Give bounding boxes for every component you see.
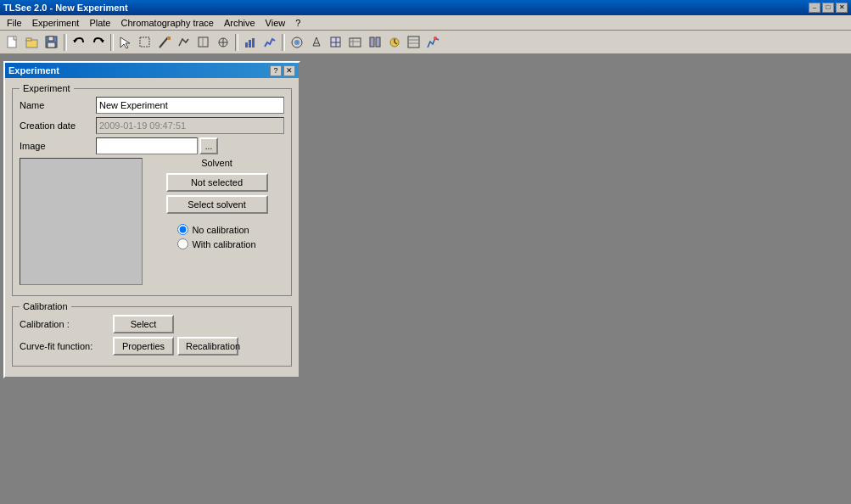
toolbar-select-button[interactable] [136, 33, 154, 52]
calibration-colon-label: Calibration : [20, 319, 113, 329]
tool2-icon [177, 36, 191, 49]
toolbar-save-button[interactable] [42, 33, 61, 52]
menu-bar: File Experiment Plate Chromatography tra… [0, 15, 851, 31]
menu-archive[interactable]: Archive [219, 16, 260, 30]
dialog-titlebar: Experiment ? ✕ [5, 63, 299, 78]
experiment-fieldset: Experiment Name Creation date Image ... [12, 83, 292, 296]
calibration-legend: Calibration [20, 301, 71, 311]
menu-chromatography[interactable]: Chromatography trace [115, 16, 218, 30]
toolbar-redo-button[interactable] [89, 33, 108, 52]
curve-fit-row: Curve-fit function: Properties Recalibra… [20, 337, 284, 356]
tool1-icon [158, 36, 171, 49]
menu-view[interactable]: View [260, 16, 291, 30]
toolbar-extra4-button[interactable] [346, 33, 365, 52]
select-icon [138, 36, 152, 49]
dialog-controls: ? ✕ [270, 65, 295, 76]
chart1-icon [244, 36, 257, 49]
svg-point-21 [294, 40, 300, 45]
solvent-section: Solvent Not selected Select solvent No c… [149, 158, 284, 285]
creation-date-input [96, 117, 284, 134]
not-selected-button[interactable]: Not selected [166, 173, 268, 192]
close-button[interactable]: ✕ [836, 3, 848, 13]
menu-experiment[interactable]: Experiment [27, 16, 85, 30]
minimize-button[interactable]: – [809, 3, 820, 13]
svg-rect-4 [48, 36, 53, 41]
toolbar-tool1-button[interactable] [155, 33, 174, 52]
toolbar-sep-3 [235, 34, 238, 51]
svg-rect-17 [245, 42, 248, 48]
title-bar: TLSee 2.0 - New Experiment – □ ✕ [0, 0, 851, 15]
toolbar-tool3-button[interactable] [194, 33, 213, 52]
toolbar-tool4-button[interactable] [214, 33, 232, 52]
image-input[interactable] [96, 137, 198, 154]
experiment-dialog: Experiment ? ✕ Experiment Name Creation … [3, 61, 300, 378]
svg-rect-11 [167, 36, 171, 40]
menu-plate[interactable]: Plate [84, 16, 115, 30]
name-input[interactable] [96, 97, 284, 114]
extra5-icon [368, 36, 382, 49]
toolbar-extra6-button[interactable] [385, 33, 404, 52]
calibration-buttons: Select [113, 315, 174, 333]
toolbar [0, 31, 851, 54]
toolbar-extra2-button[interactable] [307, 33, 326, 52]
no-calibration-label: No calibration [192, 225, 249, 235]
save-icon [45, 36, 59, 49]
toolbar-sep-4 [282, 34, 285, 51]
select-solvent-button[interactable]: Select solvent [166, 195, 268, 214]
toolbar-sep-2 [110, 34, 114, 51]
browse-button[interactable]: ... [199, 137, 218, 154]
redo-icon [92, 36, 105, 49]
toolbar-cursor-button[interactable] [116, 33, 135, 52]
image-label: Image [20, 141, 96, 151]
curve-fit-buttons: Properties Recalibration [113, 337, 238, 356]
svg-rect-19 [252, 38, 255, 48]
maximize-button[interactable]: □ [822, 3, 834, 13]
select-calibration-button[interactable]: Select [113, 315, 174, 333]
svg-rect-9 [140, 37, 149, 47]
menu-file[interactable]: File [2, 16, 27, 30]
svg-rect-29 [370, 37, 374, 47]
extra1-icon [290, 36, 304, 49]
dialog-title: Experiment [8, 65, 59, 76]
toolbar-chart1-button[interactable] [241, 33, 260, 52]
properties-button[interactable]: Properties [113, 337, 174, 356]
svg-point-37 [434, 36, 437, 40]
dialog-close-button[interactable]: ✕ [283, 65, 295, 76]
extra7-icon [407, 36, 421, 49]
experiment-legend: Experiment [20, 83, 74, 93]
with-calibration-radio[interactable] [177, 238, 188, 249]
toolbar-undo-button[interactable] [70, 33, 88, 52]
recalibration-button[interactable]: Recalibration [177, 337, 238, 356]
calibration-fieldset: Calibration Calibration : Select Curve-f… [12, 301, 292, 367]
no-calibration-radio[interactable] [177, 224, 188, 235]
extra3-icon [329, 36, 343, 49]
middle-section: Solvent Not selected Select solvent No c… [20, 158, 284, 285]
toolbar-sep-1 [64, 34, 67, 51]
dialog-help-button[interactable]: ? [270, 65, 282, 76]
toolbar-chart2-button[interactable] [260, 33, 279, 52]
cursor-icon [119, 36, 132, 49]
curve-fit-label: Curve-fit function: [20, 341, 113, 351]
toolbar-open-button[interactable] [23, 33, 42, 52]
extra4-icon [349, 36, 362, 49]
toolbar-tool2-button[interactable] [175, 33, 193, 52]
window-title: TLSee 2.0 - New Experiment [3, 3, 128, 13]
name-row: Name [20, 97, 284, 114]
toolbar-new-button[interactable] [3, 33, 22, 52]
solvent-label: Solvent [201, 158, 232, 168]
toolbar-extra8-button[interactable] [424, 33, 443, 52]
toolbar-extra1-button[interactable] [288, 33, 306, 52]
svg-rect-18 [249, 40, 251, 48]
tool4-icon [216, 36, 230, 49]
svg-rect-5 [48, 42, 55, 48]
no-calibration-row: No calibration [177, 224, 255, 235]
toolbar-extra5-button[interactable] [366, 33, 384, 52]
creation-date-row: Creation date [20, 117, 284, 134]
toolbar-extra7-button[interactable] [405, 33, 423, 52]
undo-icon [72, 36, 86, 49]
svg-rect-34 [408, 36, 419, 48]
new-file-icon [6, 36, 20, 49]
menu-help[interactable]: ? [290, 16, 305, 30]
toolbar-extra3-button[interactable] [327, 33, 345, 52]
creation-date-label: Creation date [20, 120, 96, 131]
